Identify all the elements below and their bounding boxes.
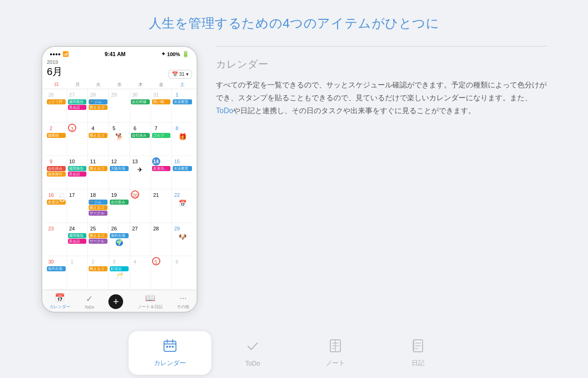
calendar-nav-button[interactable]: 📅 31 ▾ xyxy=(169,70,192,79)
table-row[interactable]: 5 xyxy=(151,256,172,290)
table-row[interactable]: 19 会社飲み xyxy=(109,189,130,223)
battery-icon: 🔋 xyxy=(182,51,189,57)
date-27b: 27 xyxy=(131,224,139,233)
day-header-tue: 火 xyxy=(88,80,109,89)
table-row[interactable]: 1 xyxy=(67,256,88,290)
event-gym18: 🏃ジム xyxy=(89,200,107,205)
table-row[interactable]: 9 会社休み 温泉旅行 xyxy=(46,156,67,189)
date-17: 17 xyxy=(68,191,76,199)
table-row[interactable]: 1 水泳教室 xyxy=(172,89,193,123)
table-row[interactable]: 30 会社研修 xyxy=(130,89,151,123)
date-1b: 1 xyxy=(68,258,76,266)
tab-todo[interactable]: ✓ ToDo xyxy=(85,294,94,309)
table-row[interactable]: 15 水泳教室 xyxy=(172,156,193,189)
date-20: 20 xyxy=(131,190,139,199)
tab-bar: 📅 カレンダー ✓ ToDo + 📖 ノート＆日記 ··· その他 xyxy=(42,290,197,312)
table-row[interactable]: 7 ゴルフ xyxy=(151,123,172,156)
date-29: 29 xyxy=(173,224,181,233)
stamp-22: 📅 xyxy=(173,200,192,207)
calendar-month: 6月 xyxy=(47,65,62,79)
calendar-header: 2019 6月 📅 31 ▾ xyxy=(42,59,197,80)
table-row[interactable]: 18 🏃ジム 燃えるゴ サークル xyxy=(88,189,109,223)
svg-rect-6 xyxy=(172,346,174,348)
table-row[interactable]: 6 xyxy=(172,256,193,290)
table-row[interactable]: 27 週間報告 英会話 xyxy=(67,89,88,123)
event-golf: ゴルフ xyxy=(152,133,171,138)
table-row[interactable]: 24 週間報告 英会話 xyxy=(67,223,88,257)
signal-icon: ●●●● xyxy=(50,52,61,57)
event-kazoku: 友達泊まり xyxy=(47,200,66,205)
table-row[interactable]: 25 燃えるゴ サークル xyxy=(88,223,109,257)
bottom-note-label: ノート xyxy=(326,359,345,367)
table-row[interactable]: 3 xyxy=(67,123,88,156)
table-row[interactable]: 4 xyxy=(130,256,151,290)
day-header-sun: 日 xyxy=(46,80,67,89)
date-8: 8 xyxy=(173,124,181,132)
table-row[interactable]: 12 大阪出張 xyxy=(109,156,130,189)
bottom-tab-todo[interactable]: ToDo xyxy=(211,332,294,374)
date-28b: 28 xyxy=(152,224,160,233)
todo-tab-label: ToDo xyxy=(85,305,94,309)
table-row[interactable]: 13 ✈ xyxy=(130,156,151,189)
date-6: 6 xyxy=(131,124,139,132)
bottom-tab-diary[interactable]: 日記 xyxy=(377,331,459,375)
day-header-fri: 金 xyxy=(151,80,172,89)
date-26b: 26 xyxy=(110,224,118,233)
add-icon: + xyxy=(113,297,119,307)
table-row[interactable]: 2 遊園地 xyxy=(46,123,67,156)
table-row[interactable]: 27 xyxy=(130,223,151,257)
event-onsen: 温泉旅行 xyxy=(47,172,66,177)
table-row[interactable]: 8 🎁 xyxy=(172,123,193,156)
tab-note[interactable]: 📖 ノート＆日記 xyxy=(138,293,163,310)
event-moeru25: 燃えるゴ xyxy=(89,233,107,238)
table-row[interactable]: 10 週間報告 英会話 xyxy=(67,156,88,189)
event-eikaiwa24: 英会話 xyxy=(68,239,87,244)
bottom-nav: カレンダー ToDo ノート xyxy=(0,331,588,375)
main-content: ●●●● 📶 9:41 AM ✦ 100% 🔋 2019 6月 📅 31 ▾ 日 xyxy=(41,46,547,313)
event-kaisha19: 会社飲み xyxy=(110,200,129,205)
add-button[interactable]: + xyxy=(108,294,123,309)
table-row[interactable]: 17 xyxy=(67,189,88,223)
bottom-todo-label: ToDo xyxy=(245,360,260,367)
divider xyxy=(216,46,547,46)
table-row[interactable]: 11 燃えるゴ xyxy=(88,156,109,189)
table-row[interactable]: 26 海外出張 🌍 xyxy=(109,223,130,257)
date-29: 29 xyxy=(110,91,118,99)
table-row[interactable]: 26 ぶどう狩 xyxy=(46,89,67,123)
table-row[interactable]: 23 xyxy=(46,223,67,257)
table-row[interactable]: 6 会社休み xyxy=(130,123,151,156)
bottom-tab-calendar[interactable]: カレンダー xyxy=(129,331,211,375)
date-3b: 3 xyxy=(110,258,118,266)
feature-desc-part2: や日記と連携し、その日のタスクや出来事をすぐに見ることができます。 xyxy=(233,107,475,115)
table-row[interactable]: 29 🐶 xyxy=(172,223,193,257)
table-row[interactable]: 20 xyxy=(130,189,151,223)
stamp-plane: ✈ xyxy=(131,166,150,173)
battery-percent: 100% xyxy=(167,52,180,57)
event-moeru18: 燃えるゴ xyxy=(89,205,107,210)
table-row[interactable]: 30 海外出張 xyxy=(46,256,67,290)
table-row[interactable]: 28 🏃ジム 燃えるゴ xyxy=(88,89,109,123)
tab-more[interactable]: ··· その他 xyxy=(177,293,189,310)
table-row[interactable]: 2 燃えるゴ xyxy=(88,256,109,290)
table-row[interactable]: 5 🐕 xyxy=(109,123,130,156)
table-row[interactable]: 31 買い物 xyxy=(151,89,172,123)
table-row[interactable]: 29 xyxy=(109,89,130,123)
svg-rect-5 xyxy=(169,346,171,348)
event-shuho10: 週間報告 xyxy=(68,166,87,171)
phone-mockup: ●●●● 📶 9:41 AM ✦ 100% 🔋 2019 6月 📅 31 ▾ 日 xyxy=(41,46,198,313)
tab-calendar[interactable]: 📅 カレンダー xyxy=(50,293,70,310)
calendar-tab-icon: 📅 xyxy=(55,293,65,303)
date-14: 14 xyxy=(152,157,160,166)
table-row[interactable]: 21 xyxy=(151,189,172,223)
table-row[interactable]: 3 歓迎会 🥂 xyxy=(109,256,130,290)
bottom-tab-note[interactable]: ノート xyxy=(294,331,377,375)
event-moeru1: 燃えるゴ xyxy=(89,105,107,110)
table-row[interactable]: 22 📅 xyxy=(172,189,193,223)
table-row[interactable]: 16 友達泊まり 6 xyxy=(46,189,67,223)
table-row[interactable]: 4 燃えるゴ xyxy=(88,123,109,156)
table-row[interactable]: 28 xyxy=(151,223,172,257)
table-row[interactable]: 14 友達泊まり xyxy=(151,156,172,189)
date-18: 18 xyxy=(89,191,97,199)
date-5: 5 xyxy=(110,124,118,132)
date-15: 15 xyxy=(173,157,181,166)
